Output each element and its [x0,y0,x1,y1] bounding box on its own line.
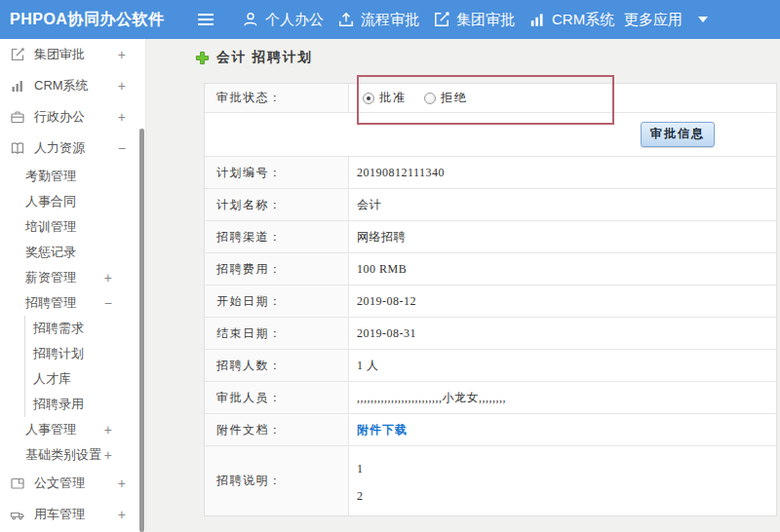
sidebar-item-label: 集团审批 [34,46,85,63]
sidebar-item-group-approval[interactable]: 集团审批 + [0,39,145,70]
radio-approve[interactable] [363,93,374,104]
expand-icon[interactable]: + [104,447,112,463]
expand-icon[interactable]: + [118,47,126,62]
sidebar-item-label: 用车管理 [34,506,85,523]
sidebar-item-hr[interactable]: 人力资源 − [0,133,145,164]
page-title: 会计 招聘计划 [216,49,313,66]
sidebar-item-documents[interactable]: 公文管理 + [0,468,145,499]
nav-workflow-approval[interactable]: 流程审批 [337,11,433,29]
row-attachment: 附件文档： 附件下载 [205,414,776,446]
field-label: 招聘说明： [205,446,349,515]
expand-icon[interactable]: + [118,507,126,522]
sidebar-item-base-category[interactable]: 基础类别设置+ [0,442,145,468]
description-line: 2 [357,482,364,510]
sidebar-item-admin-office[interactable]: 行政办公 + [0,101,145,133]
expand-icon[interactable]: + [104,422,112,437]
field-value: 附件下载 [349,414,776,445]
field-label: 招聘费用： [205,253,349,285]
sidebar-item-label: 培训管理 [25,218,76,236]
expand-icon[interactable]: + [118,78,126,94]
description-line: 1 [357,455,364,482]
sidebar-item-recruit-mgmt[interactable]: 招聘管理− [0,290,145,316]
approval-form-table: 审批状态： 批准 拒绝 审批信息 计划编号： 20190812111340 [204,83,777,516]
topbar: PHPOA协同办公软件 个人办公 流程审批 集团审批 [0,0,780,39]
radio-reject[interactable] [424,93,436,104]
sidebar-item-hr-contract[interactable]: 人事合同 [0,189,145,214]
sidebar-item-label: 人事合同 [25,193,76,210]
sidebar-item-attendance[interactable]: 考勤管理 [0,164,145,189]
radio-approve-label: 批准 [379,90,407,106]
sidebar-item-label: 考勤管理 [25,168,76,185]
field-value: 1 人 [349,350,776,381]
nav-more-apps[interactable]: 更多应用 [624,11,708,29]
sidebar-item-label: 人力资源 [34,139,85,157]
approve-info-button[interactable]: 审批信息 [641,122,715,147]
nav-label: CRM系统 [552,11,614,29]
sidebar-item-vehicles[interactable]: 用车管理 + [0,499,145,530]
row-recruit-channel: 招聘渠道： 网络招聘 [205,221,776,253]
sidebar-item-label: 薪资管理 [25,269,76,286]
sidebar: 集团审批 + CRM系统 + 行政办公 + 人力资源 − 考勤管理 人事合同 培… [0,39,146,532]
doc-icon [10,475,25,491]
sidebar-item-label: 奖惩记录 [25,244,76,261]
collapse-icon[interactable]: − [118,140,126,156]
field-value: 2019-08-12 [349,285,776,317]
sidebar-item-personnel[interactable]: 人事管理+ [0,417,145,442]
row-recruit-count: 招聘人数： 1 人 [205,350,776,382]
sidebar-item-recruit-hire[interactable]: 招聘录用 [0,392,145,417]
field-value: ,,,,,,,,,,,,,,,,,,,,,,,,,小龙女,,,,,,,, [349,382,776,413]
row-start-date: 开始日期： 2019-08-12 [205,285,776,318]
add-plus-icon [195,51,210,65]
briefcase-icon [10,109,25,125]
row-approve-action: 审批信息 [205,113,776,157]
sidebar-item-rewards[interactable]: 奖惩记录 [0,240,145,265]
expand-icon[interactable]: + [118,475,126,491]
menu-icon[interactable] [197,12,214,27]
sidebar-item-talent-pool[interactable]: 人才库 [0,366,145,392]
page: PHPOA协同办公软件 个人办公 流程审批 集团审批 [0,0,780,532]
user-icon [242,11,259,28]
radio-reject-label: 拒绝 [441,90,468,106]
breadcrumb: 会计 招聘计划 [195,49,313,66]
sidebar-item-training[interactable]: 培训管理 [0,214,145,240]
sidebar-item-label: 行政办公 [34,108,85,126]
expand-icon[interactable]: + [104,270,112,285]
sidebar-scrollbar[interactable] [139,129,144,532]
sidebar-item-label: CRM系统 [34,77,89,95]
field-value: 1 2 [349,446,776,515]
sidebar-item-label: 招聘录用 [33,396,84,413]
sidebar-item-recruit-demand[interactable]: 招聘需求 [0,316,145,341]
nav-crm-system[interactable]: CRM系统 [528,11,624,29]
nav-personal-office[interactable]: 个人办公 [242,11,337,29]
sidebar-item-salary[interactable]: 薪资管理+ [0,265,145,290]
field-label: 结束日期： [205,318,349,349]
field-label: 计划编号： [205,157,349,188]
top-navigation: 个人办公 流程审批 集团审批 CRM系统 更多应用 [242,0,708,39]
field-label: 招聘人数： [205,350,349,381]
nav-label: 更多应用 [624,11,682,29]
field-label: 审批状态： [205,84,349,112]
field-value: 网络招聘 [349,221,776,252]
row-approvers: 审批人员： ,,,,,,,,,,,,,,,,,,,,,,,,,小龙女,,,,,,… [205,382,776,414]
sidebar-item-label: 公文管理 [34,475,85,492]
sidebar-item-recruit-plan[interactable]: 招聘计划 [0,341,145,366]
sidebar-item-label: 招聘需求 [33,320,84,337]
row-plan-number: 计划编号： 20190812111340 [205,157,776,189]
row-plan-name: 计划名称： 会计 [205,189,776,221]
field-label: 计划名称： [205,189,349,220]
chart-icon [10,78,25,94]
collapse-icon[interactable]: − [104,295,112,311]
field-value: 100 RMB [349,253,776,285]
field-label: 附件文档： [205,414,349,445]
row-recruit-description: 招聘说明： 1 2 [205,446,776,515]
field-label: 招聘渠道： [205,221,349,252]
expand-icon[interactable]: + [118,109,126,125]
attachment-download-link[interactable]: 附件下载 [357,422,408,438]
book-icon [10,140,25,156]
sidebar-item-crm[interactable]: CRM系统 + [0,70,145,101]
approval-status-radio-group: 批准 拒绝 [357,90,486,106]
sidebar-item-label: 基础类别设置 [25,446,101,464]
field-value: 批准 拒绝 [349,84,776,112]
nav-group-approval[interactable]: 集团审批 [433,11,528,29]
sidebar-item-label: 招聘计划 [33,345,84,362]
